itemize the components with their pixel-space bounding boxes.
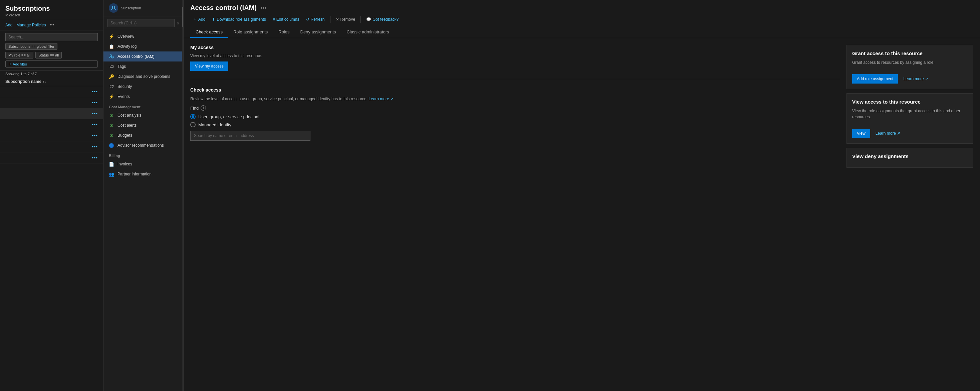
content-right: Grant access to this resource Grant acce… xyxy=(846,45,973,384)
app-title: Subscriptions xyxy=(5,5,98,12)
global-filter-chip[interactable]: Subscriptions == global filter xyxy=(5,43,57,50)
sidebar-item-access-control[interactable]: Access control (IAM) xyxy=(103,51,183,62)
find-info-icon[interactable]: i xyxy=(200,105,206,111)
table-row[interactable]: ••• xyxy=(0,130,103,141)
sidebar-item-tags[interactable]: 🏷 Tags xyxy=(103,62,183,72)
page-more-button[interactable]: ••• xyxy=(261,5,266,11)
grant-access-card: Grant access to this resource Grant acce… xyxy=(846,45,973,89)
collapse-nav-button[interactable]: « xyxy=(177,21,179,26)
table-row[interactable]: ••• xyxy=(0,86,103,97)
row-menu-icon[interactable]: ••• xyxy=(92,111,98,116)
table-row[interactable]: ••• xyxy=(0,152,103,163)
sidebar-item-events[interactable]: ⚡ Events xyxy=(103,92,183,102)
toolbar-feedback-label: Got feedback? xyxy=(372,17,399,22)
view-deny-title: View deny assignments xyxy=(852,153,968,159)
sidebar-item-label: Invoices xyxy=(118,162,132,166)
sort-icon[interactable]: ↑↓ xyxy=(43,80,46,83)
row-menu-icon[interactable]: ••• xyxy=(92,155,98,160)
showing-text: Showing 1 to 7 of 7 xyxy=(0,70,103,77)
status-filter[interactable]: Status == all xyxy=(35,52,62,59)
billing-section-label: Billing xyxy=(103,150,183,159)
check-access-search-input[interactable] xyxy=(190,131,310,141)
sidebar-item-diagnose[interactable]: 🔑 Diagnose and solve problems xyxy=(103,72,183,81)
sidebar-item-security[interactable]: 🛡 Security xyxy=(103,81,183,92)
activity-log-icon: 📋 xyxy=(109,44,114,49)
main-body: My access View my level of access to thi… xyxy=(184,38,980,391)
toolbar-remove-label: Remove xyxy=(340,17,355,22)
toolbar-add-button[interactable]: ＋ Add xyxy=(190,15,208,23)
tab-check-access[interactable]: Check access xyxy=(190,27,228,38)
table-row[interactable]: ••• xyxy=(0,119,103,130)
learn-more-label: Learn more xyxy=(875,131,896,136)
subscription-name-column: Subscription name xyxy=(5,79,41,84)
tab-role-assignments[interactable]: Role assignments xyxy=(228,27,273,38)
sidebar-item-label: Security xyxy=(118,84,132,89)
sidebar-item-budgets[interactable]: $ Budgets xyxy=(103,130,183,140)
tab-roles[interactable]: Roles xyxy=(273,27,295,38)
radio-managed-identity-label: Managed identity xyxy=(198,122,231,127)
my-role-filter[interactable]: My role == all xyxy=(5,52,33,59)
row-menu-icon[interactable]: ••• xyxy=(92,100,98,105)
toolbar-edit-columns-button[interactable]: ≡ Edit columns xyxy=(270,16,302,23)
row-menu-icon[interactable]: ••• xyxy=(92,133,98,138)
toolbar-remove-button[interactable]: ✕ Remove xyxy=(333,16,358,23)
row-menu-icon[interactable]: ••• xyxy=(92,122,98,127)
tab-deny-assignments[interactable]: Deny assignments xyxy=(295,27,342,38)
sidebar-item-activity-log[interactable]: 📋 Activity log xyxy=(103,41,183,51)
toolbar-feedback-button[interactable]: 💬 Got feedback? xyxy=(363,16,401,23)
sidebar-item-advisor[interactable]: 🔵 Advisor recommendations xyxy=(103,140,183,150)
subscription-list: ••• ••• ••• ••• ••• ••• ••• xyxy=(0,86,103,391)
filter-chips: Subscriptions == global filter xyxy=(5,43,98,50)
toolbar-download-label: Download role assignments xyxy=(216,17,266,22)
grant-access-learn-more-link[interactable]: Learn more ↗ xyxy=(903,77,928,81)
events-icon: ⚡ xyxy=(109,94,114,99)
toolbar-edit-columns-label: Edit columns xyxy=(276,17,299,22)
download-icon: ⬇ xyxy=(212,17,215,22)
view-my-access-button[interactable]: View my access xyxy=(190,62,228,71)
row-menu-icon[interactable]: ••• xyxy=(92,144,98,149)
sidebar-item-cost-alerts[interactable]: $ Cost alerts xyxy=(103,120,183,130)
nav-list: ⚡ Overview 📋 Activity log Access control… xyxy=(103,30,183,391)
security-icon: 🛡 xyxy=(109,84,114,89)
sidebar-item-overview[interactable]: ⚡ Overview xyxy=(103,32,183,41)
table-row[interactable]: ••• xyxy=(0,97,103,108)
view-access-desc: View the role assignments that grant acc… xyxy=(852,108,968,120)
add-role-assignment-button[interactable]: Add role assignment xyxy=(852,74,898,83)
toolbar-download-button[interactable]: ⬇ Download role assignments xyxy=(209,16,268,23)
more-button[interactable]: ••• xyxy=(50,23,54,27)
subscription-icon xyxy=(109,3,118,13)
main-header: Access control (IAM) ••• ＋ Add ⬇ Downloa… xyxy=(184,0,980,38)
nav-scrollbar[interactable] xyxy=(182,0,183,391)
table-row[interactable]: ••• xyxy=(0,141,103,152)
external-link-icon: ↗ xyxy=(925,77,928,81)
manage-policies-button[interactable]: Manage Policies xyxy=(16,23,46,27)
sidebar-item-cost-analysis[interactable]: $ Cost analysis xyxy=(103,110,183,120)
sidebar-item-label: Tags xyxy=(118,64,126,69)
view-access-learn-more-link[interactable]: Learn more ↗ xyxy=(875,131,900,136)
row-menu-icon[interactable]: ••• xyxy=(92,89,98,94)
add-filter-button[interactable]: ⊕ Add filter xyxy=(5,61,98,67)
find-label: Find xyxy=(190,105,199,111)
radio-group: User, group, or service principal Manage… xyxy=(190,114,840,127)
nav-search-input[interactable] xyxy=(108,19,175,27)
cost-analysis-icon: $ xyxy=(109,113,114,118)
main-title-row: Access control (IAM) ••• xyxy=(190,4,973,12)
page-title: Access control (IAM) xyxy=(190,4,257,12)
add-button[interactable]: Add xyxy=(5,23,12,27)
tab-classic-admins[interactable]: Classic administrators xyxy=(341,27,394,38)
subscription-search-input[interactable] xyxy=(5,33,98,41)
radio-user-group[interactable]: User, group, or service principal xyxy=(190,114,840,119)
grant-access-desc: Grant access to resources by assigning a… xyxy=(852,59,968,65)
radio-managed-identity[interactable]: Managed identity xyxy=(190,122,840,127)
sidebar-item-invoices[interactable]: 📄 Invoices xyxy=(103,159,183,169)
left-header: Subscriptions Microsoft xyxy=(0,0,103,20)
sidebar-item-label: Budgets xyxy=(118,133,132,138)
table-row[interactable]: ••• xyxy=(0,108,103,119)
view-access-button[interactable]: View xyxy=(852,129,870,138)
tab-roles-label: Roles xyxy=(278,29,290,34)
sidebar-item-label: Partner information xyxy=(118,172,151,176)
check-access-learn-more-link[interactable]: Learn more ↗ xyxy=(369,97,393,101)
overview-icon: ⚡ xyxy=(109,34,114,39)
sidebar-item-partner-info[interactable]: 👥 Partner information xyxy=(103,169,183,179)
toolbar-refresh-button[interactable]: ↺ Refresh xyxy=(304,16,328,23)
